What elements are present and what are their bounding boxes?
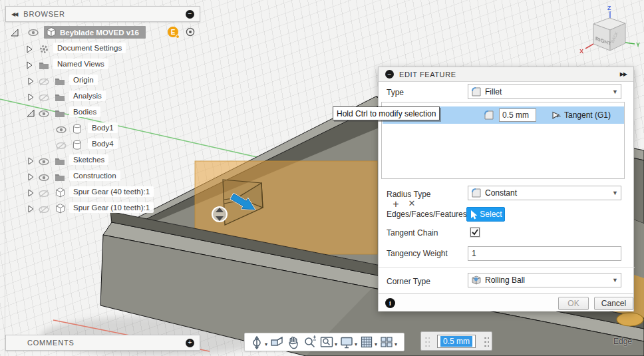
- browser-collapse-icon[interactable]: ◀◀: [11, 11, 17, 17]
- look-at-button[interactable]: [269, 334, 285, 350]
- info-icon[interactable]: i: [385, 298, 395, 308]
- hole-edge[interactable]: [617, 313, 643, 326]
- tree-row[interactable]: Spur Gear (10 teeth):1: [5, 202, 238, 216]
- radius-input[interactable]: 0.5 mm: [499, 108, 536, 122]
- expander-collapsed-icon[interactable]: [27, 157, 35, 165]
- eye-off-icon[interactable]: [39, 190, 49, 198]
- tree-item-label[interactable]: Analysis: [69, 90, 106, 101]
- tangency-weight-label: Tangency Weight: [387, 249, 448, 258]
- tree-row[interactable]: Origin: [5, 75, 238, 88]
- type-dropdown[interactable]: Fillet ▼: [468, 84, 621, 99]
- dimension-input[interactable]: 0.5 mm: [437, 335, 476, 348]
- eye-off-icon[interactable]: [39, 206, 49, 214]
- tree-row[interactable]: Body1: [5, 122, 238, 136]
- expander-collapsed-icon[interactable]: [27, 93, 35, 101]
- eye-icon[interactable]: [56, 126, 67, 134]
- expander-collapsed-icon[interactable]: [27, 205, 35, 213]
- tree-row-root[interactable]: Beyblade MOVED v16 E: [5, 26, 238, 39]
- dialog-header[interactable]: − EDIT FEATURE ▶▶: [379, 67, 633, 82]
- expander-collapsed-icon[interactable]: [27, 77, 35, 85]
- view-cube[interactable]: Z RIGHT BACK X Y: [571, 3, 641, 67]
- edges-label: Edges/Faces/Features: [387, 210, 467, 219]
- add-comment-icon[interactable]: +: [186, 339, 194, 347]
- tree-row[interactable]: Named Views: [5, 59, 238, 72]
- tree-row[interactable]: Document Settings: [5, 43, 238, 56]
- dialog-dock-icon[interactable]: ▶▶: [620, 71, 627, 77]
- fit-button[interactable]: [319, 334, 335, 350]
- pan-button[interactable]: [285, 334, 301, 350]
- eye-off-icon[interactable]: [39, 94, 49, 102]
- drag-grip-icon[interactable]: [483, 335, 489, 347]
- eye-off-icon[interactable]: [56, 142, 67, 150]
- dialog-collapse-icon[interactable]: −: [385, 70, 394, 79]
- expander-expanded-icon[interactable]: [27, 109, 35, 117]
- display-settings-button[interactable]: [339, 334, 355, 350]
- active-component-highlight[interactable]: Beyblade MOVED v16: [44, 26, 146, 39]
- eye-icon[interactable]: [28, 29, 39, 37]
- gear-icon: [39, 44, 49, 55]
- tree-item-label[interactable]: Spur Gear (40 teeth):1: [69, 186, 154, 197]
- expander-collapsed-icon[interactable]: [27, 173, 35, 181]
- eye-icon[interactable]: [39, 174, 49, 182]
- education-badge[interactable]: E: [168, 27, 178, 37]
- tree-row[interactable]: Bodies: [5, 106, 238, 120]
- zoom-button[interactable]: [302, 334, 318, 350]
- tree-item-label[interactable]: Beyblade MOVED v16: [57, 28, 142, 37]
- zoom-icon: [303, 335, 317, 349]
- tree-item-label[interactable]: Named Views: [53, 59, 108, 69]
- display-settings-icon: [339, 335, 354, 349]
- eye-icon[interactable]: [39, 158, 49, 166]
- select-button[interactable]: Select: [466, 207, 505, 222]
- tree-item-label[interactable]: Bodies: [69, 106, 100, 117]
- orbit-button[interactable]: [249, 334, 265, 350]
- tree-item-label[interactable]: Origin: [69, 75, 98, 85]
- dialog-divider: [379, 267, 635, 267]
- tree-item-label[interactable]: Sketches: [69, 154, 108, 165]
- eye-icon[interactable]: [39, 110, 49, 118]
- expander-collapsed-icon[interactable]: [25, 61, 33, 69]
- expander-collapsed-icon[interactable]: [25, 45, 33, 53]
- tree-item-label[interactable]: Body4: [88, 138, 118, 149]
- tree-row[interactable]: Body4: [5, 138, 238, 152]
- expander-collapsed-icon[interactable]: [27, 189, 35, 197]
- cancel-button[interactable]: Cancel: [594, 297, 633, 310]
- tree-item-label[interactable]: Construction: [69, 170, 120, 181]
- eye-off-icon[interactable]: [39, 78, 49, 86]
- folder-icon: [39, 61, 49, 70]
- chevron-down-icon[interactable]: ▾: [335, 341, 337, 347]
- ok-button[interactable]: OK: [558, 297, 589, 310]
- activate-component-radio-icon[interactable]: [185, 27, 196, 37]
- comments-panel-header: COMMENTS +: [5, 335, 200, 351]
- tree-item-label[interactable]: Document Settings: [53, 43, 126, 53]
- expander-expanded-icon[interactable]: [11, 29, 19, 37]
- corner-type-dropdown[interactable]: Rolling Ball ▼: [468, 273, 621, 287]
- chevron-down-icon[interactable]: ▾: [355, 341, 357, 347]
- type-label: Type: [387, 88, 404, 97]
- chevron-down-icon: ▼: [612, 277, 618, 283]
- tree-row[interactable]: Sketches: [5, 154, 238, 168]
- drag-grip-icon[interactable]: [424, 335, 430, 347]
- tangency-weight-input[interactable]: 1: [468, 246, 621, 261]
- remove-selection-button[interactable]: ✕: [406, 198, 418, 208]
- folder-icon: [55, 77, 65, 86]
- chevron-down-icon[interactable]: ▾: [265, 341, 267, 347]
- continuity-dropdown[interactable]: Tangent (G1): [564, 110, 611, 120]
- radius-type-dropdown[interactable]: Constant ▼: [468, 186, 621, 200]
- tree-item-label[interactable]: Spur Gear (10 teeth):1: [69, 202, 154, 213]
- browser-minimize-icon[interactable]: −: [186, 10, 194, 19]
- chevron-down-icon: ▼: [612, 89, 618, 95]
- x-axis-indicator: [585, 44, 593, 49]
- viewports-button[interactable]: [379, 334, 395, 350]
- hover-entity-label: Edge: [613, 337, 632, 346]
- tree-item-label[interactable]: Body1: [88, 122, 118, 133]
- chevron-down-icon[interactable]: ▾: [375, 341, 377, 347]
- add-selection-button[interactable]: +: [390, 198, 402, 210]
- tree-row[interactable]: Construction: [5, 170, 238, 184]
- tree-row[interactable]: Spur Gear (40 teeth):1: [5, 186, 238, 200]
- browser-panel-title: BROWSER: [23, 10, 186, 18]
- tree-row[interactable]: Analysis: [5, 90, 238, 104]
- chevron-down-icon[interactable]: ▾: [395, 341, 397, 347]
- orbit-icon: [249, 335, 264, 349]
- grid-snap-button[interactable]: [359, 334, 375, 350]
- tangent-chain-checkbox[interactable]: [470, 228, 480, 237]
